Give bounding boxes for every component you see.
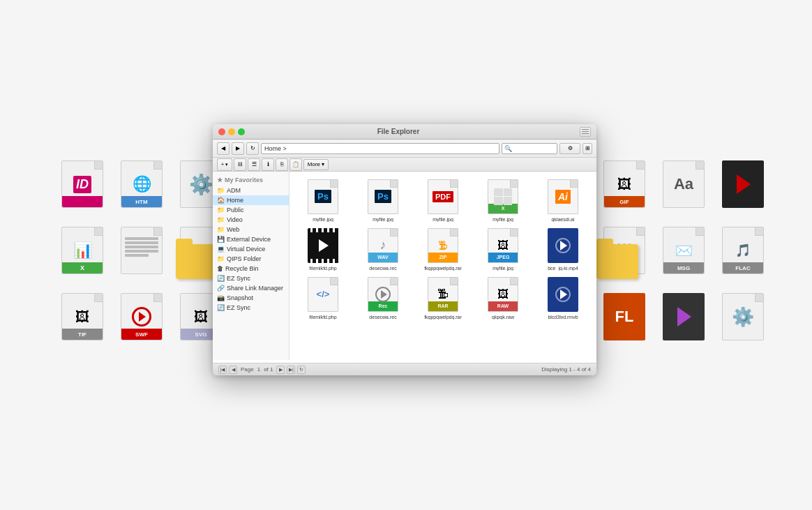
sidebar-item-recycle[interactable]: 🗑 Recycle Bin [213,264,289,273]
sidebar: ★ My Favorites 📁 ADM 🏠 Home 📁 Public 📁 [213,172,290,360]
float-icon-id: ID [54,160,110,208]
sidebar-item-sharelink[interactable]: 🔗 Share Link Manager [213,283,289,293]
refresh-page-button[interactable]: ↻ [297,366,306,374]
sidebar-item-video[interactable]: 📁 Video [213,215,289,225]
grid-file-pdf[interactable]: PDF myfile.jpg [415,177,471,222]
home-icon: 🏠 [217,197,225,204]
sidebar-item-qips[interactable]: 📁 QIPS Folder [213,254,289,264]
filename-raw: qkpqk.raw [492,315,514,320]
grid-file-rec[interactable]: Rec desecwa.rec [355,275,411,320]
prev-page-button[interactable]: ◀ [229,366,237,374]
search-bar[interactable]: 🔍 [502,143,557,154]
grid-file-raw[interactable]: 🖼 RAW qkpqk.raw [475,275,531,320]
filename-php1: filemlkfd.php [309,315,336,320]
filename-ps2: myfile.jpg [373,217,393,222]
float-icon-htm: 🌐 HTM [114,160,170,208]
grid-view-icon[interactable]: ⊞ [582,143,592,154]
page-label: Page [241,366,254,373]
float-icon-purple-video [656,293,712,340]
float-icon-font: Aa [656,160,712,208]
grid-file-rar[interactable]: 🗜 RAR fkgppqwelpdq.rar [415,275,471,320]
forward-button[interactable]: ▶ [232,142,244,155]
address-text: Home > [264,145,287,152]
settings-icon[interactable]: ⚙ [559,143,580,154]
float-icon-video-dark [715,160,771,208]
camera-icon: 📸 [217,294,225,301]
grid-file-jpeg[interactable]: 🖼 JPEG myfile.jpg [475,226,531,271]
sync-icon-2: 🔄 [217,304,225,311]
first-page-button[interactable]: |◀ [218,366,227,374]
sidebar-item-external[interactable]: 💾 External Device [213,234,289,244]
file-grid: Ps myfile.jpg Ps myfile.jpg [290,172,596,360]
grid-file-mp4[interactable]: bce_jq-ki.mp4 [535,226,591,271]
sidebar-item-ezsync1[interactable]: 🔄 EZ Sync [213,273,289,283]
of-label: of 1 [264,366,273,373]
back-button[interactable]: ◀ [217,142,230,155]
second-toolbar: + ▾ ⊟ ☰ ℹ ⎘ 📋 More ▾ [213,158,596,172]
grid-file-video1[interactable]: filemlkfd.php [295,226,351,271]
grid-file-xls[interactable]: X myfile.jpg [475,177,531,222]
sidebar-item-snapshot[interactable]: 📸 Snapshot [213,293,289,303]
folder-icon-vid: 📁 [217,216,225,223]
folder-icon-adm: 📁 [217,187,225,194]
file-explorer-window: File Explorer ◀ ▶ ↻ Home > 🔍 ⚙ ⊞ + ▾ [213,124,596,375]
info-btn[interactable]: ℹ [262,158,274,171]
float-icon-msg: ✉️ MSG [656,227,712,274]
grid-file-rmvb[interactable]: blcd3lvd.rmvb [535,275,591,320]
next-page-button[interactable]: ▶ [276,366,285,374]
filename-jpeg: myfile.jpg [493,266,513,271]
filename-video1: filemlkfd.php [309,266,336,271]
window-toolbar: ◀ ▶ ↻ Home > 🔍 ⚙ ⊞ [213,140,596,158]
grid-file-ai[interactable]: Ai qklaesdi.ai [535,177,591,222]
vm-icon: 💻 [217,246,225,253]
window-titlebar: File Explorer [213,124,596,140]
trash-icon: 🗑 [217,265,223,272]
last-page-button[interactable]: ▶| [287,366,295,374]
address-bar[interactable]: Home > [261,143,499,154]
float-icon-x-green: 📊 X [54,227,110,274]
filename-ps1: myfile.jpg [313,217,333,222]
float-icon-txt [114,227,170,274]
pagination: |◀ ◀ Page 1 of 1 ▶ ▶| ↻ [218,366,306,374]
more-dropdown[interactable]: More ▾ [303,159,329,170]
grid-file-wav[interactable]: ♪ WAV desecwa.rec [355,226,411,271]
new-button[interactable]: + ▾ [217,158,232,171]
grid-btn[interactable]: ⊟ [234,158,246,171]
filename-pdf: myfile.jpg [433,217,453,222]
filename-xls: myfile.jpg [493,217,513,222]
filename-zip: fkgppqwelpdq.rar [424,266,462,271]
sidebar-item-adm[interactable]: 📁 ADM [213,186,289,195]
copy-btn[interactable]: ⎘ [276,158,288,171]
window-body: ★ My Favorites 📁 ADM 🏠 Home 📁 Public 📁 [213,172,596,360]
filename-rar: fkgppqwelpdq.rar [424,315,462,320]
folder-icon-right [596,244,645,283]
status-text: Displaying 1 - 4 of 4 [541,366,591,373]
sidebar-item-public[interactable]: 📁 Public [213,205,289,215]
scene: ID 🌐 HTM ⚙️ 📊 X [0,0,812,510]
link-icon: 🔗 [217,285,225,292]
page-number: 1 [257,366,260,373]
grid-file-zip[interactable]: 🗜 ZIP fkgppqwelpdq.rar [415,226,471,271]
float-icon-fl: FL [596,293,652,340]
grid-file-ps1[interactable]: Ps myfile.jpg [295,177,351,222]
float-icon-swf: SWF [114,293,170,340]
paste-btn[interactable]: 📋 [290,158,302,171]
sidebar-item-home[interactable]: 🏠 Home [213,195,289,205]
filename-mp4: bce_jq-ki.mp4 [548,266,578,271]
float-icon-tif: 🖼 TIF [54,293,110,340]
filename-rmvb: blcd3lvd.rmvb [548,315,578,320]
folder-icon-pub: 📁 [217,207,225,213]
filename-ai: qklaesdi.ai [551,217,574,222]
refresh-button[interactable]: ↻ [246,142,259,155]
view-toggle[interactable] [580,127,591,137]
folder-icon-qips: 📁 [217,255,225,262]
list-btn[interactable]: ☰ [248,158,260,171]
sidebar-item-ezsync2[interactable]: 🔄 EZ Sync [213,303,289,313]
grid-file-ps2[interactable]: Ps myfile.jpg [355,177,411,222]
grid-file-php1[interactable]: </> filemlkfd.php [295,275,351,320]
window-title: File Explorer [220,128,577,135]
sync-icon: 🔄 [217,275,225,282]
window-statusbar: |◀ ◀ Page 1 of 1 ▶ ▶| ↻ Displaying 1 - 4… [213,363,596,375]
sidebar-item-virtual[interactable]: 💻 Virtual Device [213,244,289,254]
sidebar-item-web[interactable]: 📁 Web [213,225,289,234]
